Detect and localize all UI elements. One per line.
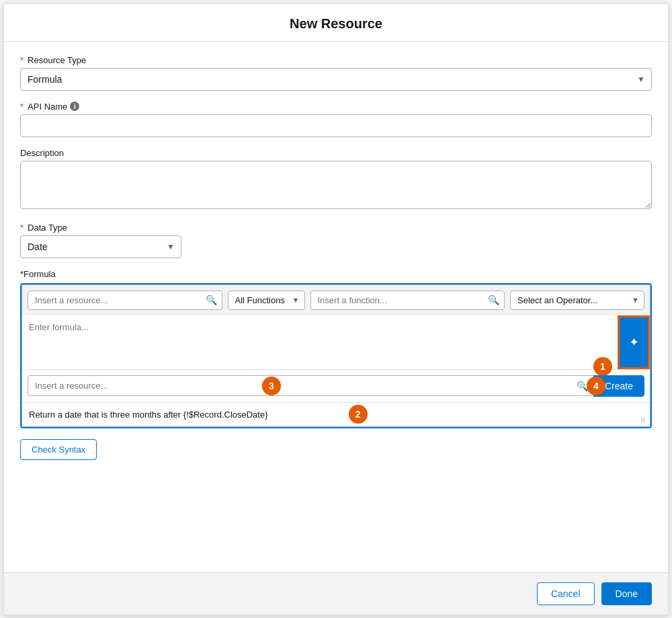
- ai-assist-button[interactable]: ✦: [618, 315, 650, 369]
- api-name-label: * API Name i: [20, 102, 652, 112]
- resource-type-label: * Resource Type: [20, 55, 652, 65]
- data-type-label: * Data Type: [20, 223, 652, 233]
- modal-footer: Cancel Done: [4, 572, 668, 615]
- description-group: Description: [20, 148, 652, 212]
- api-name-group: * API Name i: [20, 102, 652, 137]
- description-label: Description: [20, 148, 652, 158]
- modal-title: New Resource: [17, 16, 655, 32]
- done-button[interactable]: Done: [601, 582, 652, 605]
- badge-4: 4: [587, 377, 605, 395]
- operator-select[interactable]: Select an Operator... + - * / = !=: [510, 291, 644, 310]
- all-functions-wrapper: All Functions Math Text Date Logical ▼: [228, 291, 305, 310]
- sparkle-icon: ✦: [629, 335, 639, 350]
- all-functions-select[interactable]: All Functions Math Text Date Logical: [228, 291, 305, 310]
- modal-header: New Resource: [4, 4, 668, 42]
- api-name-input[interactable]: [20, 114, 652, 137]
- formula-label: * Formula: [20, 269, 652, 279]
- resource-bottom-input[interactable]: [28, 375, 593, 396]
- formula-suggestion: Return a date that is three months after…: [22, 402, 650, 426]
- insert-function-wrapper: 🔍: [310, 291, 505, 310]
- modal-body: * Resource Type Formula Variable Constan…: [4, 42, 668, 572]
- insert-function-input[interactable]: [310, 291, 505, 310]
- resize-handle[interactable]: ⠿: [640, 417, 648, 425]
- data-type-select[interactable]: Date Text Number Boolean Currency DateTi…: [20, 235, 181, 258]
- suggestion-text: Return a date that is three months after…: [29, 410, 268, 420]
- badge-1: 1: [593, 357, 612, 376]
- info-icon[interactable]: i: [70, 102, 79, 111]
- resource-input-wrapper: 🔍: [28, 375, 593, 396]
- resource-type-group: * Resource Type Formula Variable Constan…: [20, 55, 652, 91]
- formula-bottom: 🔍 Create 3 4: [22, 369, 650, 402]
- new-resource-modal: New Resource * Resource Type Formula Var…: [3, 3, 669, 615]
- data-type-select-wrapper: Date Text Number Boolean Currency DateTi…: [20, 235, 181, 258]
- resource-type-select[interactable]: Formula Variable Constant: [20, 68, 652, 91]
- resource-row: 🔍 Create 3 4: [28, 375, 644, 397]
- formula-editor-outer: 🔍 All Functions Math Text Date Logical ▼: [20, 283, 652, 428]
- operator-select-wrapper: Select an Operator... + - * / = != ▼: [510, 291, 644, 310]
- check-syntax-button[interactable]: Check Syntax: [20, 439, 97, 460]
- insert-resource-input[interactable]: [28, 291, 222, 310]
- formula-editor-container: ✦ 1 🔍 Create: [22, 315, 650, 427]
- formula-group: * Formula 🔍 All Functions Math Text: [20, 269, 652, 428]
- check-syntax-wrapper: Check Syntax: [20, 439, 652, 460]
- description-textarea[interactable]: [20, 161, 652, 209]
- data-type-group: * Data Type Date Text Number Boolean Cur…: [20, 223, 652, 258]
- badge-3: 3: [262, 377, 281, 395]
- formula-toolbar: 🔍 All Functions Math Text Date Logical ▼: [22, 284, 650, 315]
- badge-2: 2: [349, 405, 368, 424]
- formula-editor-top: ✦: [22, 315, 650, 369]
- cancel-button[interactable]: Cancel: [537, 582, 595, 605]
- formula-textarea[interactable]: [22, 315, 618, 369]
- resource-type-select-wrapper: Formula Variable Constant ▼: [20, 68, 652, 91]
- insert-resource-wrapper: 🔍: [28, 291, 222, 310]
